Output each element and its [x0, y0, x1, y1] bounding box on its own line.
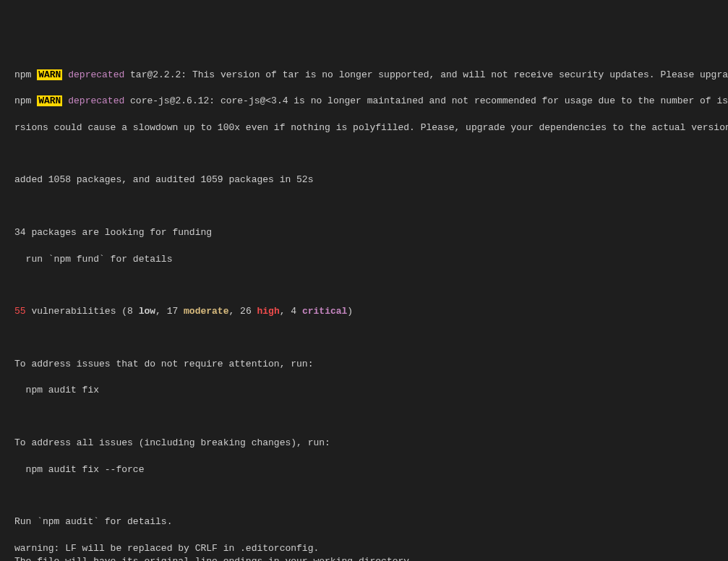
wrapped-warning-continuation: rsions could cause a slowdown up to 100x…	[14, 121, 725, 134]
vulnerabilities-summary: 55 vulnerabilities (8 low, 17 moderate, …	[14, 305, 725, 318]
blank-line	[14, 332, 725, 345]
vuln-sep: , 4	[280, 306, 302, 317]
vuln-high-label: high	[257, 306, 280, 317]
funding-notice: 34 packages are looking for funding	[14, 226, 725, 239]
crlf-warnings-block: warning: LF will be replaced by CRLF in …	[14, 542, 725, 561]
blank-line	[14, 411, 725, 424]
audit-fix-hint: To address issues that do not require at…	[14, 358, 725, 371]
audit-details-hint: Run `npm audit` for details.	[14, 515, 725, 528]
funding-command-hint: run `npm fund` for details	[14, 253, 725, 266]
blank-line	[14, 200, 725, 213]
vuln-close: )	[347, 306, 353, 317]
vuln-count: 55	[14, 306, 26, 317]
vuln-text: vulnerabilities (8	[26, 306, 139, 317]
blank-line	[14, 147, 725, 160]
vuln-moderate-label: moderate	[184, 306, 228, 317]
warning-message: core-js@2.6.12: core-js@<3.4 is no longe…	[124, 95, 728, 106]
blank-line	[14, 489, 725, 502]
npm-label: npm	[14, 95, 31, 106]
warn-badge: WARN	[37, 95, 62, 106]
vuln-sep: , 26	[228, 306, 257, 317]
deprecated-tag: deprecated	[68, 69, 124, 80]
npm-deprecation-warning: npm WARN deprecated tar@2.2.2: This vers…	[14, 69, 725, 82]
vuln-sep: , 17	[155, 306, 184, 317]
vuln-low-label: low	[139, 306, 155, 317]
packages-added-summary: added 1058 packages, and audited 1059 pa…	[14, 174, 725, 187]
audit-fix-force-command: npm audit fix --force	[14, 463, 725, 476]
deprecated-tag: deprecated	[68, 95, 124, 106]
blank-line	[14, 279, 725, 292]
terminal-output[interactable]: npm WARN deprecated tar@2.2.2: This vers…	[14, 56, 725, 561]
git-crlf-warning: warning: LF will be replaced by CRLF in …	[14, 542, 725, 555]
audit-fix-force-hint: To address all issues (including breakin…	[14, 437, 725, 450]
vuln-critical-label: critical	[302, 306, 347, 317]
npm-deprecation-warning: npm WARN deprecated core-js@2.6.12: core…	[14, 95, 725, 108]
audit-fix-command: npm audit fix	[14, 384, 725, 397]
warning-message: tar@2.2.2: This version of tar is no lon…	[124, 69, 728, 80]
npm-label: npm	[14, 69, 31, 80]
warn-badge: WARN	[37, 69, 62, 80]
git-crlf-note: The file will have its original line end…	[14, 555, 725, 561]
